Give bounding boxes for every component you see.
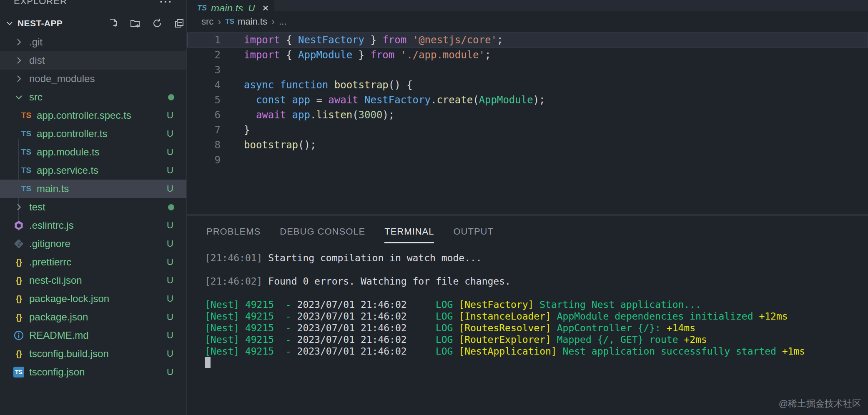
git-untracked-badge: U [167, 312, 173, 322]
tree-item-app-service[interactable]: TS app.service.ts U [0, 161, 187, 180]
ts-file-icon: TS [21, 110, 32, 121]
tab-dirty-indicator: U [248, 3, 255, 11]
breadcrumb-file[interactable]: main.ts [238, 16, 267, 27]
new-folder-icon[interactable] [130, 18, 140, 29]
tab-filename: main.ts [211, 2, 243, 11]
ts-file-icon: TS [21, 147, 32, 158]
chevron-right-icon [13, 55, 24, 66]
tree-item-src[interactable]: src [0, 88, 187, 106]
chevron-right-icon [13, 37, 24, 48]
git-untracked-badge: U [167, 165, 173, 176]
chevron-down-icon [5, 19, 14, 28]
chevron-down-icon [13, 92, 24, 102]
git-untracked-badge: U [167, 257, 173, 268]
project-name: NEST-APP [18, 18, 63, 28]
project-header[interactable]: NEST-APP [0, 14, 187, 33]
editor-area: TS main.ts U × src › TS main.ts › ... 1i… [187, 0, 868, 215]
code-view[interactable]: 1import { NestFactory } from '@nestjs/co… [187, 32, 868, 168]
json-icon: {} [13, 293, 24, 304]
tab-bar: TS main.ts U × [187, 0, 868, 11]
tree-item-main[interactable]: TS main.ts U [0, 180, 187, 198]
tree-item-tsconfig-build[interactable]: {} tsconfig.build.json U [0, 345, 187, 363]
explorer-title: EXPLORER [14, 0, 67, 7]
code-line: 3 [187, 62, 868, 78]
terminal-line: [Nest] 49215 - 2023/07/01 21:46:02 LOG [… [205, 310, 805, 322]
ts-file-icon: TS [197, 4, 207, 11]
vscode-window: { "icons": { "ts": "TS", "braces": "{}",… [0, 0, 868, 415]
git-untracked-badge: U [167, 147, 173, 158]
terminal-line [205, 287, 805, 299]
code-line-current: 1import { NestFactory } from '@nestjs/co… [187, 32, 868, 48]
terminal-output[interactable]: [21:46:01] Starting compilation in watch… [205, 252, 805, 357]
explorer-toolbar [108, 14, 185, 33]
code-line: 9 [187, 152, 868, 168]
json-icon: {} [13, 348, 24, 359]
tab-output[interactable]: OUTPUT [453, 226, 493, 243]
tree-item-app-controller[interactable]: TS app.controller.ts U [0, 125, 187, 143]
code-line: 2import { AppModule } from './app.module… [187, 48, 868, 62]
chevron-right-icon: › [271, 16, 275, 28]
git-untracked-badge: U [167, 238, 173, 249]
json-icon: {} [13, 275, 24, 286]
terminal-line: [Nest] 49215 - 2023/07/01 21:46:02 LOG [… [205, 322, 805, 334]
explorer-more-icon[interactable]: ⋯ [159, 0, 173, 9]
tree-item-tsconfig[interactable]: TS tsconfig.json U [0, 363, 187, 381]
git-untracked-badge: U [167, 348, 173, 359]
tab-problems[interactable]: PROBLEMS [206, 226, 261, 243]
watermark: @稀土掘金技术社区 [779, 398, 861, 410]
tree-item-node-modules[interactable]: node_modules [0, 70, 187, 88]
chevron-right-icon: › [218, 16, 221, 28]
modified-dot [168, 94, 174, 100]
tab-debug-console[interactable]: DEBUG CONSOLE [280, 226, 365, 243]
info-icon [13, 330, 24, 341]
chevron-right-icon [13, 73, 24, 84]
git-untracked-badge: U [167, 275, 173, 286]
terminal-line: [Nest] 49215 - 2023/07/01 21:46:02 LOG [… [205, 345, 805, 357]
terminal-line [205, 264, 805, 275]
new-file-icon[interactable] [108, 18, 118, 29]
terminal-line: [Nest] 49215 - 2023/07/01 21:46:02 LOG [… [205, 299, 805, 310]
code-line: 5 const app = await NestFactory.create(A… [187, 92, 868, 108]
tree-item-prettierrc[interactable]: {} .prettierrc U [0, 253, 187, 271]
tab-terminal[interactable]: TERMINAL [384, 226, 434, 243]
collapse-all-icon[interactable] [174, 18, 185, 29]
git-untracked-badge: U [167, 183, 173, 194]
code-line: 4async function bootstrap() { [187, 78, 868, 92]
git-icon [13, 238, 24, 249]
file-tree: .git dist node_modules src TS app.contro… [0, 33, 187, 381]
tree-item-gitignore[interactable]: .gitignore U [0, 235, 187, 253]
code-line: 7} [187, 122, 868, 138]
git-untracked-badge: U [167, 128, 173, 139]
tree-item-app-controller-spec[interactable]: TS app.controller.spec.ts U [0, 106, 187, 125]
terminal-line: [21:46:01] Starting compilation in watch… [205, 252, 805, 264]
ts-file-icon: TS [21, 183, 32, 194]
tree-item-package[interactable]: {} package.json U [0, 308, 187, 326]
bottom-panel: PROBLEMS DEBUG CONSOLE TERMINAL OUTPUT [… [187, 215, 868, 415]
terminal-cursor [205, 357, 211, 368]
git-untracked-badge: U [167, 330, 173, 341]
ts-file-icon: TS [21, 165, 32, 176]
git-untracked-badge: U [167, 367, 173, 378]
chevron-right-icon [13, 202, 24, 212]
tree-item-git[interactable]: .git [0, 33, 187, 51]
terminal-line: [21:46:02] Found 0 errors. Watching for … [205, 275, 805, 287]
tree-item-package-lock[interactable]: {} package-lock.json U [0, 290, 187, 308]
breadcrumb-folder[interactable]: src [201, 16, 213, 27]
git-untracked-badge: U [167, 110, 173, 121]
code-line: 6 await app.listen(3000); [187, 108, 868, 122]
tree-item-test[interactable]: test [0, 198, 187, 216]
ts-file-icon: TS [21, 128, 32, 139]
tree-item-dist[interactable]: dist [0, 51, 187, 70]
explorer-sidebar: EXPLORER ⋯ NEST-APP .git dist node_modul… [0, 0, 187, 415]
tree-item-nest-cli[interactable]: {} nest-cli.json U [0, 271, 187, 290]
refresh-icon[interactable] [152, 18, 163, 29]
eslint-icon [13, 220, 24, 231]
breadcrumb-symbol-ellipsis[interactable]: ... [279, 16, 286, 27]
close-icon[interactable]: × [262, 2, 268, 11]
code-line: 8bootstrap(); [187, 138, 868, 152]
json-icon: {} [13, 312, 24, 322]
tab-main-ts[interactable]: TS main.ts U × [187, 0, 274, 11]
tree-item-eslintrc[interactable]: .eslintrc.js U [0, 216, 187, 235]
tree-item-app-module[interactable]: TS app.module.ts U [0, 143, 187, 161]
tree-item-readme[interactable]: README.md U [0, 326, 187, 345]
